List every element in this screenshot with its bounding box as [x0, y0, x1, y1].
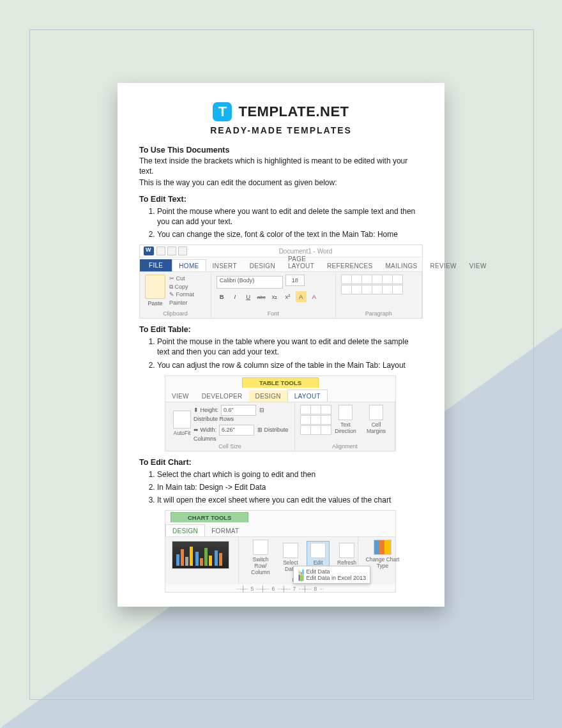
font-group-label: Font [216, 310, 330, 317]
paragraph-buttons[interactable] [341, 275, 416, 294]
tab-table-layout[interactable]: LAYOUT [287, 390, 328, 402]
heading-edit-chart: To Edit Chart: [139, 458, 423, 467]
tab-table-design[interactable]: DESIGN [249, 390, 287, 402]
chart-tabs: DESIGN FORMAT [165, 522, 395, 536]
tab-view-2[interactable]: VIEW [165, 390, 195, 402]
edit-table-step-2: You can adjust the row & column size of … [157, 360, 423, 370]
tab-chart-design[interactable]: DESIGN [165, 524, 205, 536]
qat-save-icon[interactable] [156, 246, 165, 255]
paste-label: Paste [145, 300, 165, 307]
cut-label[interactable]: Cut [176, 275, 185, 282]
group-paragraph: Paragraph [336, 272, 422, 318]
group-clipboard: Paste ✂ Cut ⧉ Copy ✎ Format Painter Clip… [140, 272, 211, 318]
word-ribbon-chart-design: CHART TOOLS DESIGN FORMAT [165, 510, 396, 593]
switch-icon [253, 540, 268, 555]
tab-mailings[interactable]: MAILINGS [379, 260, 423, 271]
underline-button[interactable]: U [243, 291, 254, 302]
clipboard-actions: ✂ Cut ⧉ Copy ✎ Format Painter [169, 275, 206, 307]
font-color-button[interactable]: A [308, 291, 319, 302]
group-chart-styles [165, 537, 239, 584]
autofit-button[interactable]: AutoFit [173, 411, 191, 436]
table-tools-context: TABLE TOOLS [165, 376, 395, 388]
edit-data-icon [310, 543, 326, 558]
tab-file[interactable]: FILE [140, 259, 172, 271]
highlight-button[interactable]: A [296, 291, 307, 302]
edit-chart-step-1: Select the chart which is going to edit … [157, 469, 423, 480]
font-name-box[interactable]: Calibri (Body) [216, 276, 283, 289]
font-size-box[interactable]: 18 [285, 275, 305, 286]
tab-review[interactable]: REVIEW [424, 260, 463, 271]
bold-button[interactable]: B [216, 291, 227, 302]
dist-rows[interactable]: Distribute Rows [194, 416, 234, 422]
alignment-grid[interactable] [300, 405, 330, 435]
text-direction-icon [338, 405, 353, 420]
group-alignment: Text Direction Cell Margins Alignment [295, 402, 395, 451]
tab-home[interactable]: HOME [172, 259, 206, 271]
ruler-scale: ···┼··5···┼···6···┼···7···┼···8··· [165, 586, 395, 592]
height-label: Height: [201, 407, 219, 413]
use-line-1: The text inside the brackets which is hi… [139, 156, 423, 176]
strike-button[interactable]: abc [256, 292, 267, 303]
tab-page-layout[interactable]: PAGE LAYOUT [282, 253, 321, 271]
height-value[interactable]: 0.6" [221, 405, 256, 416]
subscript-button[interactable]: x₂ [269, 291, 280, 302]
word-ribbon-home: Document1 - Word FILE HOME INSERT DESIGN… [139, 245, 423, 319]
autofit-icon [173, 411, 191, 428]
table-ribbon-body: AutoFit ⬍ Height:0.6" ⊟ Distribute Rows … [165, 402, 395, 451]
edit-text-step-1: Point the mouse where you want to edit a… [157, 206, 423, 227]
menu-edit-data-excel[interactable]: 📗 Edit Data in Excel 2013 [298, 575, 366, 581]
italic-button[interactable]: I [229, 291, 240, 302]
cell-margins-button[interactable]: Cell Margins [363, 405, 389, 434]
edit-table-steps: Point the mouse in the table where you w… [139, 337, 423, 370]
heading-edit-table: To Edit Table: [139, 325, 423, 334]
chart-tools-label: CHART TOOLS [171, 512, 248, 522]
group-cell-size: AutoFit ⬍ Height:0.6" ⊟ Distribute Rows … [165, 402, 295, 451]
cell-margins-icon [369, 405, 383, 420]
tab-chart-format[interactable]: FORMAT [205, 525, 245, 536]
tab-view[interactable]: VIEW [463, 260, 493, 271]
tab-developer[interactable]: DEVELOPER [195, 390, 249, 402]
chart-style-preview[interactable] [172, 541, 229, 569]
table-tools-label: TABLE TOOLS [242, 377, 319, 388]
tab-design[interactable]: DESIGN [243, 260, 282, 271]
clipboard-group-label: Clipboard [145, 310, 206, 317]
edit-text-steps: Point the mouse where you want to edit a… [139, 206, 423, 240]
page-subtitle: READY-MADE TEMPLATES [139, 125, 423, 135]
qat-undo-icon[interactable] [167, 246, 176, 255]
word-ribbon-body: Paste ✂ Cut ⧉ Copy ✎ Format Painter Clip… [140, 271, 422, 318]
text-direction-button[interactable]: Text Direction [333, 405, 358, 434]
paragraph-group-label: Paragraph [341, 310, 416, 317]
edit-chart-step-3: It will open the excel sheet where you c… [157, 495, 423, 505]
edit-text-step-2: You can change the size, font & color of… [157, 229, 423, 239]
heading-edit-text: To Edit Text: [139, 195, 423, 204]
width-value[interactable]: 6.26" [219, 425, 254, 436]
logo-icon: T [213, 102, 232, 121]
edit-chart-steps: Select the chart which is going to edit … [139, 469, 423, 506]
edit-chart-step-2: In Main tab: Design -> Edit Data [157, 482, 423, 492]
copy-label[interactable]: Copy [175, 284, 188, 290]
qat-redo-icon[interactable] [178, 246, 187, 255]
group-font: Calibri (Body)18 B I U abc x₂ x² A A Fon… [211, 272, 336, 318]
tab-references[interactable]: REFERENCES [321, 260, 379, 271]
word-tabs: FILE HOME INSERT DESIGN PAGE LAYOUT REFE… [140, 257, 422, 271]
cell-size-label: Cell Size [171, 443, 289, 450]
menu-edit-data[interactable]: 📊 Edit Data [298, 568, 366, 575]
paste-button[interactable] [145, 275, 165, 299]
superscript-button[interactable]: x² [282, 291, 293, 302]
select-data-icon [283, 543, 298, 558]
alignment-label: Alignment [300, 443, 390, 450]
change-chart-type-button[interactable]: Change Chart Type [366, 540, 399, 569]
width-label: Width: [201, 427, 217, 433]
format-painter-label[interactable]: Format Painter [169, 291, 194, 306]
tab-insert[interactable]: INSERT [206, 260, 243, 271]
table-tabs: VIEW DEVELOPER DESIGN LAYOUT [165, 388, 395, 402]
refresh-icon [339, 543, 354, 558]
word-ribbon-table-layout: TABLE TOOLS VIEW DEVELOPER DESIGN LAYOUT… [165, 375, 396, 451]
stage: T TEMPLATE.NET READY-MADE TEMPLATES To U… [0, 0, 562, 728]
chart-tools-context: CHART TOOLS [165, 511, 395, 522]
heading-use: To Use This Documents [139, 146, 423, 155]
switch-row-column-button[interactable]: Switch Row/ Column [247, 540, 275, 575]
document-page: T TEMPLATE.NET READY-MADE TEMPLATES To U… [118, 83, 444, 607]
logo-row: T TEMPLATE.NET [139, 102, 423, 121]
edit-data-dropdown: 📊 Edit Data 📗 Edit Data in Excel 2013 [293, 566, 370, 584]
